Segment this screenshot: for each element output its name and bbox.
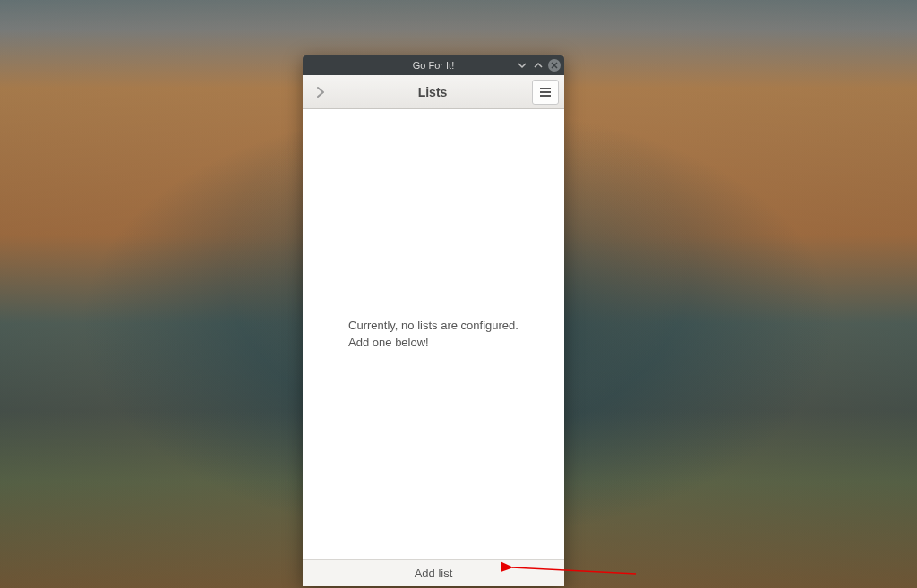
add-list-label: Add list bbox=[415, 567, 453, 580]
menu-button[interactable] bbox=[532, 80, 559, 105]
empty-state-line1: Currently, no lists are configured. bbox=[348, 318, 518, 334]
close-icon bbox=[551, 62, 558, 69]
svg-rect-2 bbox=[540, 95, 551, 97]
chevron-down-icon bbox=[518, 61, 527, 70]
minimize-button[interactable] bbox=[516, 59, 528, 72]
app-window: Go For It! Lists bbox=[303, 55, 564, 586]
window-controls bbox=[516, 55, 561, 75]
window-title: Go For It! bbox=[413, 60, 454, 71]
hamburger-icon bbox=[539, 87, 552, 98]
empty-state-message: Currently, no lists are configured. Add … bbox=[348, 318, 518, 350]
svg-rect-0 bbox=[540, 88, 551, 89]
empty-state-line2: Add one below! bbox=[348, 335, 518, 351]
add-list-button[interactable]: Add list bbox=[303, 559, 564, 586]
close-button[interactable] bbox=[548, 59, 561, 72]
svg-rect-1 bbox=[540, 91, 551, 93]
page-title: Lists bbox=[333, 85, 532, 99]
content-area: Currently, no lists are configured. Add … bbox=[303, 109, 564, 559]
window-titlebar[interactable]: Go For It! bbox=[303, 55, 564, 75]
chevron-right-icon bbox=[314, 86, 327, 98]
chevron-up-icon bbox=[534, 61, 543, 70]
header-bar: Lists bbox=[303, 75, 564, 109]
maximize-button[interactable] bbox=[532, 59, 544, 72]
back-button[interactable] bbox=[308, 80, 333, 105]
